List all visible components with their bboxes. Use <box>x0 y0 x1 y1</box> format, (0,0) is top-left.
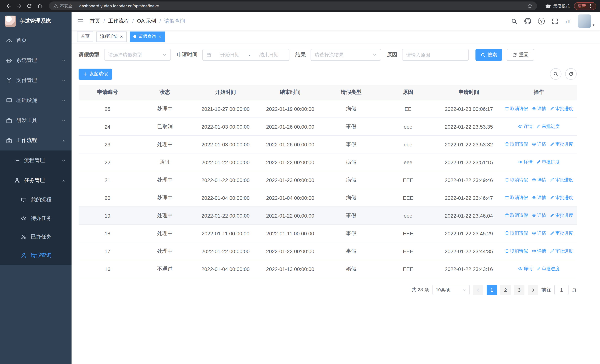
create-leave-button[interactable]: 发起请假 <box>79 68 112 80</box>
breadcrumb-item[interactable]: OA 示例 <box>137 18 156 24</box>
close-icon[interactable]: × <box>159 34 161 39</box>
page-button-2[interactable]: 2 <box>500 285 511 295</box>
cancel-leave-link[interactable]: 取消请假 <box>505 195 528 201</box>
tab-process-detail[interactable]: 流程详情 × <box>96 31 127 42</box>
approval-progress-link[interactable]: 审批进度 <box>550 177 573 183</box>
sidebar-item-payment[interactable]: 支付管理 <box>0 70 72 90</box>
sidebar-item-task-management[interactable]: 任务管理 <box>0 170 72 191</box>
sidebar-item-todo-tasks[interactable]: 待办任务 <box>0 209 72 228</box>
avatar[interactable] <box>578 14 591 28</box>
col-end-time: 结束时间 <box>258 85 323 100</box>
approval-progress-link[interactable]: 审批进度 <box>550 212 573 219</box>
sidebar-item-process-management[interactable]: 流程管理 <box>0 150 72 170</box>
sidebar-item-workflow[interactable]: 工作流程 <box>0 131 72 150</box>
browser-update-button[interactable]: 更新 ⋮ <box>574 2 596 10</box>
cell-actions: 取消请假详情审批进度 <box>501 100 577 118</box>
reason-input[interactable] <box>402 49 469 61</box>
approval-progress-link[interactable]: 审批进度 <box>550 230 573 236</box>
search-icon[interactable] <box>511 18 517 24</box>
apply-time-range-picker[interactable]: 开始日期 - 结束日期 <box>202 49 290 61</box>
browser-forward-button[interactable] <box>14 1 24 11</box>
approval-progress-link[interactable]: 审批进度 <box>550 248 573 254</box>
detail-link[interactable]: 详情 <box>532 248 546 254</box>
breadcrumb-item[interactable]: 工作流程 <box>108 18 129 24</box>
browser-reload-button[interactable] <box>24 1 34 11</box>
tab-leave-query[interactable]: 请假查询 × <box>130 31 165 42</box>
detail-link[interactable]: 详情 <box>532 212 546 219</box>
leave-type-select[interactable]: 请选择请假类型 <box>104 49 171 61</box>
sidebar-item-dev-tools[interactable]: 研发工具 <box>0 111 72 131</box>
approval-progress-link[interactable]: 审批进度 <box>536 266 560 272</box>
sidebar-item-my-processes[interactable]: 我的流程 <box>0 191 72 209</box>
approval-progress-link[interactable]: 审批进度 <box>536 159 560 165</box>
cancel-leave-link[interactable]: 取消请假 <box>505 177 528 183</box>
fullscreen-icon[interactable] <box>552 18 558 24</box>
browser-back-button[interactable] <box>4 1 13 11</box>
detail-link[interactable]: 详情 <box>532 230 546 236</box>
help-icon[interactable]: ? <box>538 18 544 24</box>
hamburger-icon[interactable] <box>77 18 84 24</box>
approval-progress-link[interactable]: 审批进度 <box>550 195 573 201</box>
tasks-icon <box>14 177 20 184</box>
trash-icon <box>505 196 509 200</box>
filter-form: 请假类型 请选择请假类型 申请时间 开始日期 - 结束日期 <box>79 49 577 61</box>
approval-progress-link[interactable]: 审批进度 <box>550 141 573 148</box>
detail-link[interactable]: 详情 <box>532 177 546 183</box>
detail-link[interactable]: 详情 <box>518 123 533 130</box>
security-label[interactable]: 不安全 <box>60 3 72 9</box>
approval-progress-link[interactable]: 审批进度 <box>536 123 560 130</box>
cancel-leave-link[interactable]: 取消请假 <box>505 212 528 219</box>
result-select[interactable]: 请选择流结果 <box>310 49 381 61</box>
sidebar-item-leave-query[interactable]: 请假查询 <box>0 246 72 265</box>
bookmark-star-icon[interactable] <box>527 3 533 9</box>
sidebar-item-home[interactable]: 首页 <box>0 30 72 50</box>
user-menu[interactable]: ▾ <box>578 14 594 28</box>
cancel-leave-link[interactable]: 取消请假 <box>505 106 528 112</box>
toggle-search-button[interactable] <box>550 68 562 80</box>
detail-link[interactable]: 详情 <box>532 106 546 112</box>
sidebar-item-done-tasks[interactable]: 已办任务 <box>0 228 72 246</box>
sidebar-item-infrastructure[interactable]: 基础设施 <box>0 90 72 111</box>
detail-link[interactable]: 详情 <box>518 266 533 272</box>
cell-actions: 取消请假详情审批进度 <box>501 207 577 224</box>
cell-actions: 取消请假详情审批进度 <box>501 189 577 207</box>
page-size-select[interactable]: 10条/页 <box>432 285 469 295</box>
cell-reason: EEE <box>379 224 437 242</box>
home-icon <box>37 3 42 9</box>
detail-link[interactable]: 详情 <box>532 141 546 148</box>
detail-link[interactable]: 详情 <box>518 159 533 165</box>
table-row: 25处理中2021-12-27 00:00:002022-01-19 00:00… <box>79 100 577 118</box>
goto-page-input[interactable] <box>554 285 569 295</box>
address-bar[interactable]: 不安全 dashboard.yudao.iocoder.cn/bpm/oa/le… <box>49 1 537 10</box>
cell-applied: 2022-01-22 23:53:35 <box>437 118 501 135</box>
tab-home[interactable]: 首页 <box>77 31 94 42</box>
font-size-icon[interactable]: TT <box>565 18 571 24</box>
cancel-leave-link[interactable]: 取消请假 <box>505 248 528 254</box>
refresh-table-button[interactable] <box>565 68 577 80</box>
back-arrow-icon <box>6 3 11 9</box>
sidebar-item-system[interactable]: 系统管理 <box>0 50 72 70</box>
cancel-leave-link[interactable]: 取消请假 <box>505 141 528 148</box>
cell-status: 处理中 <box>136 189 193 207</box>
cancel-leave-link[interactable]: 取消请假 <box>505 230 528 236</box>
breadcrumb-item[interactable]: 首页 <box>90 18 100 24</box>
prev-page-button[interactable] <box>473 285 483 295</box>
cell-reason: EEE <box>379 171 437 189</box>
tags-view-bar: 首页 流程详情 × 请假查询 × <box>72 30 600 43</box>
github-icon[interactable] <box>524 18 531 24</box>
cell-end: 2022-01-13 00:00:00 <box>258 260 323 278</box>
browser-menu-icon[interactable]: ⋮ <box>588 3 593 9</box>
eye-icon <box>518 160 523 164</box>
detail-link[interactable]: 详情 <box>532 195 546 201</box>
browser-home-button[interactable] <box>35 1 45 11</box>
close-icon[interactable]: × <box>120 34 123 39</box>
cell-type: 病假 <box>323 189 379 207</box>
search-button[interactable]: 搜索 <box>476 49 502 61</box>
approval-progress-link[interactable]: 审批进度 <box>550 106 573 112</box>
next-page-button[interactable] <box>528 285 538 295</box>
cell-status: 处理中 <box>136 242 193 260</box>
reset-button[interactable]: 重置 <box>506 49 534 61</box>
page-button-3[interactable]: 3 <box>514 285 525 295</box>
page-button-1[interactable]: 1 <box>487 285 497 295</box>
incognito-icon <box>545 3 551 9</box>
